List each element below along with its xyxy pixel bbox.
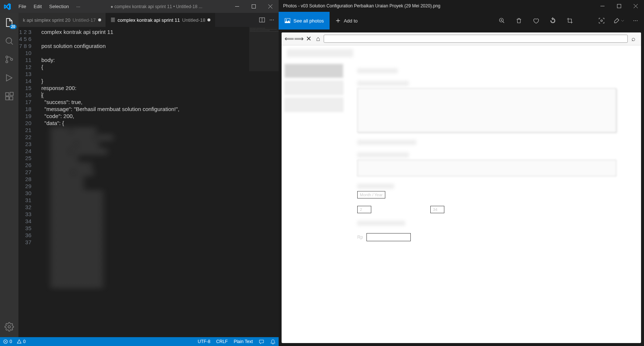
svg-point-4 [11,58,13,60]
sidebar-item [285,98,343,112]
label-blur [357,221,405,226]
unsaved-dot-icon [98,18,101,21]
line-gutter: 1 2 3 4 5 6 7 8 9 10 11 12 13 14 15 16 1… [18,27,37,337]
menu-more[interactable]: ··· [73,4,84,9]
label-blur [357,140,416,145]
label-blur [357,152,409,158]
tab-1[interactable]: k api simplex sprint 20 Untitled-17 [18,13,106,27]
status-language[interactable]: Plain Text [234,339,253,344]
minimize-button[interactable] [229,0,245,13]
input-blur [357,160,616,176]
settings-gear-icon[interactable] [4,322,14,332]
more-actions-icon[interactable]: ··· [269,17,274,23]
currency-label: Rp [357,235,363,240]
tab-bar: k api simplex sprint 20 Untitled-17 comp… [18,13,279,27]
doc-main: Month / Year 2 34 Rp [346,61,641,343]
status-bar: 0 0 UTF-8 CRLF Plain Text [0,337,279,346]
split-editor-icon[interactable] [259,17,265,23]
unsaved-dot-icon [207,18,210,21]
doc-sidebar [282,61,346,343]
fullscreen-icon[interactable] [634,336,641,343]
svg-rect-5 [6,93,9,96]
status-encoding[interactable]: UTF-8 [198,339,210,344]
mock-browser-chrome: ⟸ ⟹ ✕ ⌂ ⌕ [282,32,641,45]
svg-point-17 [601,20,603,22]
status-errors[interactable]: 0 [3,339,12,344]
favorite-icon[interactable] [527,12,544,30]
rotate-icon[interactable] [544,12,561,30]
bell-icon[interactable] [270,339,276,345]
status-warnings[interactable]: 0 [17,339,26,344]
extensions-icon[interactable] [4,91,14,101]
add-to-button[interactable]: Add to [330,18,364,24]
back-icon: ⟸ [285,35,293,43]
editor-area: k api simplex sprint 20 Untitled-17 comp… [18,13,279,337]
window-title: ● complex kontrak api sprint 11 • Untitl… [84,4,229,9]
minimap-slider[interactable] [249,27,279,71]
photos-title-text: Photos - v03 Solution Configuration Perb… [283,3,440,8]
stop-icon: ✕ [304,35,313,43]
tab-label: k api simplex sprint 20 [23,17,70,23]
svg-point-15 [286,20,287,21]
zoom-icon[interactable] [493,12,510,30]
run-debug-icon[interactable] [4,73,14,83]
search-icon[interactable] [4,36,14,46]
close-button[interactable] [262,0,279,13]
forward-icon: ⟹ [295,35,303,43]
svg-point-9 [8,326,11,328]
explorer-badge: 20 [10,24,17,29]
menu-edit[interactable]: Edit [30,4,45,9]
label-blur [357,81,409,86]
search-visual-icon[interactable] [593,12,610,30]
maximize-button[interactable] [245,0,262,13]
svg-rect-6 [6,97,9,100]
num-input-1: 2 [357,206,371,213]
edit-icon[interactable] [610,12,627,30]
code-lines[interactable]: complex kontrak api sprint 11 post solut… [37,27,279,337]
textarea-blur [357,88,616,132]
svg-point-3 [6,61,8,63]
crop-icon[interactable] [561,12,578,30]
photo-viewport: ⟸ ⟹ ✕ ⌂ ⌕ [279,30,644,346]
plus-icon [335,18,341,23]
vscode-window: File Edit Selection ··· ● complex kontra… [0,0,279,346]
photos-close-button[interactable] [627,0,644,12]
photos-window: Photos - v03 Solution Configuration Perb… [279,0,644,346]
more-icon[interactable]: ··· [627,12,644,30]
menu-selection[interactable]: Selection [45,4,72,9]
activity-bar: 20 [0,13,18,337]
label-blur [357,184,394,189]
status-eol[interactable]: CRLF [216,339,228,344]
currency-input [366,233,411,241]
tab-2[interactable]: complex kontrak api sprint 11 Untitled-1… [106,13,216,27]
search-glass-icon: ⌕ [629,35,637,43]
feedback-icon[interactable] [259,339,264,345]
document-image: ⟸ ⟹ ✕ ⌂ ⌕ [282,32,641,343]
doc-header-blur [287,49,353,57]
label-blur [357,68,398,73]
url-bar [324,35,628,43]
menu-file[interactable]: File [15,4,30,9]
date-input: Month / Year [357,191,385,198]
code-editor[interactable]: 1 2 3 4 5 6 7 8 9 10 11 12 13 14 15 16 1… [18,27,279,337]
svg-rect-13 [617,4,621,8]
svg-point-1 [6,38,11,43]
svg-rect-7 [10,97,13,100]
see-all-photos-button[interactable]: See all photos [279,12,330,30]
photos-minimize-button[interactable] [594,0,611,12]
photos-titlebar: Photos - v03 Solution Configuration Perb… [279,0,644,12]
vscode-body: 20 k api simplex sprint 20 [0,13,279,337]
svg-point-2 [6,56,8,58]
vscode-titlebar: File Edit Selection ··· ● complex kontra… [0,0,279,13]
svg-rect-8 [10,92,13,96]
minimap[interactable]: xxxxxxx xxxxxxx xxx xxxxxx xx\nxxxx xxxx… [249,27,279,337]
delete-icon[interactable] [510,12,527,30]
photos-toolbar: See all photos Add to ··· [279,12,644,30]
source-control-icon[interactable] [4,54,14,65]
photos-maximize-button[interactable] [611,0,627,12]
file-icon [110,17,116,23]
explorer-icon[interactable]: 20 [4,17,14,28]
tab-secondary: Untitled-17 [73,17,96,23]
gallery-icon [285,18,290,24]
sidebar-item [285,81,343,95]
